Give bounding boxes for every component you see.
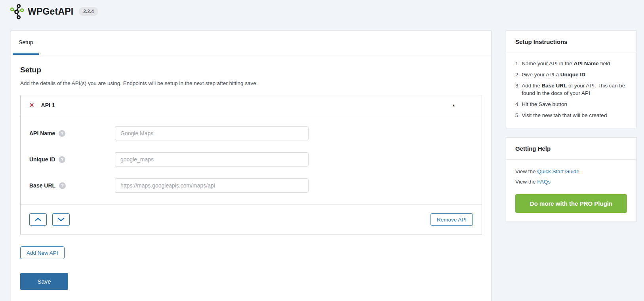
version-badge: 2.2.4 [79,7,98,16]
molecule-icon [10,3,24,20]
unique-id-input[interactable] [115,152,309,167]
api-name-input[interactable] [115,126,309,140]
help-icon[interactable]: ? [59,130,65,137]
api-name-label-text: API Name [29,130,55,136]
api-box-body: API Name ? Unique ID ? Base URL ? [21,115,482,204]
help-line-faqs: View the FAQs [515,177,627,187]
pro-plugin-button[interactable]: Do more with the PRO Plugin [515,194,627,213]
getting-help-card: Getting Help View the Quick Start Guide … [506,137,636,222]
instruction-item: 1.Name your API in the API Name field [515,60,627,67]
unique-id-label: Unique ID ? [29,156,115,163]
collapse-arrow-icon[interactable]: ▲ [452,103,455,107]
instruction-text: Visit the new tab that will be created [522,112,607,119]
main-panel: Setup Setup Add the details of the API(s… [11,30,492,301]
instruction-item: 3.Add the Base URL of your API. This can… [515,82,627,97]
instruction-item: 2.Give your API a Unique ID [515,71,627,78]
instruction-number: 2. [515,71,520,78]
instruction-text: Add the Base URL of your API. This can b… [522,82,627,97]
instruction-item: 4.Hit the Save button [515,100,627,108]
app-title: WPGetAPI [28,6,73,17]
unique-id-label-text: Unique ID [29,156,55,163]
tab-bar: Setup [11,31,491,55]
field-row-api-name: API Name ? [29,126,473,140]
remove-api-button[interactable]: Remove API [431,213,473,226]
setup-instructions-body: 1.Name your API in the API Name field2.G… [506,53,636,128]
field-row-base-url: Base URL ? [29,178,473,193]
instruction-number: 5. [515,112,520,119]
api-name-label: API Name ? [29,130,115,137]
instruction-item: 5.Visit the new tab that will be created [515,112,627,119]
help-line-prefix: View the [515,179,537,185]
section-description: Add the details of the API(s) you are us… [20,80,482,86]
instruction-text: Give your API a Unique ID [522,71,585,78]
getting-help-title: Getting Help [506,138,636,160]
page-header: WPGetAPI 2.2.4 [0,0,644,23]
setup-instructions-card: Setup Instructions 1.Name your API in th… [506,30,636,128]
move-up-button[interactable] [29,213,47,226]
instruction-number: 4. [515,100,520,108]
base-url-input[interactable] [115,178,309,193]
sidebar: Setup Instructions 1.Name your API in th… [506,30,636,231]
instruction-number: 1. [515,60,520,67]
save-button[interactable]: Save [20,273,68,290]
help-line-quick-start: View the Quick Start Guide [515,167,627,177]
faqs-link[interactable]: FAQs [537,179,551,185]
page-title: Setup [20,66,482,74]
instruction-text: Name your API in the API Name field [522,60,610,67]
base-url-label-text: Base URL [29,182,55,189]
instruction-text: Hit the Save button [522,100,567,108]
wpgetapi-logo-icon [10,3,25,20]
move-down-button[interactable] [52,213,70,226]
api-box-footer: Remove API [21,204,482,235]
quick-start-guide-link[interactable]: Quick Start Guide [537,168,579,174]
instruction-number: 3. [515,82,520,97]
api-box-header[interactable]: ✕ API 1 ▲ [21,95,482,115]
api-box: ✕ API 1 ▲ API Name ? Unique ID ? [20,95,482,235]
remove-x-icon[interactable]: ✕ [29,102,34,108]
add-new-api-button[interactable]: Add New API [20,246,65,259]
api-box-title: API 1 [41,102,55,108]
help-icon[interactable]: ? [59,156,65,163]
instructions-list: 1.Name your API in the API Name field2.G… [515,60,627,119]
base-url-label: Base URL ? [29,182,115,189]
chevron-up-icon [34,217,42,222]
setup-section: Setup Add the details of the API(s) you … [11,55,491,290]
help-line-prefix: View the [515,168,537,174]
getting-help-body: View the Quick Start Guide View the FAQs… [506,160,636,221]
field-row-unique-id: Unique ID ? [29,152,473,167]
tab-setup[interactable]: Setup [13,31,39,55]
help-icon[interactable]: ? [59,182,66,189]
setup-instructions-title: Setup Instructions [506,31,636,53]
chevron-down-icon [57,217,65,222]
